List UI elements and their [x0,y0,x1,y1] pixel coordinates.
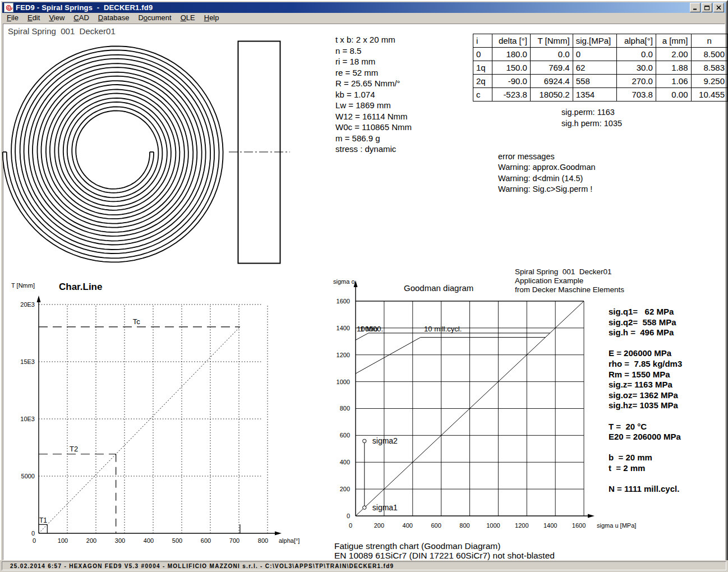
window-buttons [690,3,726,12]
y-tick-label: 600 [340,432,350,439]
table-header-3: sig.[MPa] [573,34,617,48]
goodman-header-line: Application Example [515,276,624,285]
cycles-100000-line [356,333,550,340]
error-message-line: Warning: approx.Goodman [498,162,596,173]
status-bar: 25.02.2014 6:57 - HEXAGON FED9 V5.3 #000… [0,560,728,572]
x-axis-label: sigma u [MPa] [597,522,636,529]
goodman-header-text: Spiral Spring 001 Decker01Application Ex… [515,267,624,294]
table-row: 0180.00.000.02.008.500 [473,48,728,61]
table-cell: 270.0 [617,75,656,88]
table-header-1: delta [°] [492,34,530,48]
x-tick-label: 800 [459,522,469,529]
x-axis-arrow [275,532,282,536]
x-tick-label: 800 [258,537,268,544]
menu-item-edit[interactable]: Edit [23,13,44,23]
spring-parameter-line: m = 586.9 g [335,133,412,144]
app-spiral-icon [4,3,13,12]
table-cell: 0.0 [530,48,573,61]
menu-item-help[interactable]: Help [200,13,224,23]
menu-item-view[interactable]: View [44,13,69,23]
y-tick-label: 1400 [337,325,350,331]
table-cell: 0.00 [656,88,691,102]
material-info-line: t = 2 mm [609,463,682,474]
table-cell: 703.8 [617,88,656,102]
menu-item-ole[interactable]: OLE [176,13,200,23]
y-tick-label: 20E3 [20,301,35,308]
material-info-line: sig.z= 1163 MPa [609,380,682,390]
x-tick-label: 1400 [543,522,557,529]
y-tick-label: 0 [31,530,35,537]
y-tick-label: 1600 [337,298,350,305]
title-bar[interactable]: FED9 - Spiral Springs - DECKER1.fd9 [2,2,726,13]
table-cell: 10.455 [691,88,727,102]
goodman-header-line: Spiral Spring 001 Decker01 [515,267,624,276]
menu-item-cad[interactable]: CAD [69,13,93,23]
table-cell: 150.0 [492,61,530,75]
x-tick-label: 1600 [572,522,586,529]
material-info-line [609,442,682,453]
spring-parameter-line: W12 = 16114 Nmm [335,111,412,122]
menu-bar: FileEditViewCADDatabaseDocumentOLEHelp [2,13,726,23]
material-info-line: sig.q2= 558 MPa [609,317,682,328]
sigma2-label: sigma2 [372,436,398,445]
material-info-line: T = 20 °C [609,422,682,432]
x-tick-label: 300 [115,537,125,544]
x-tick-label: 600 [201,537,211,544]
material-info-line [609,474,682,485]
table-cell: 2q [473,75,492,88]
error-message-line: Warning: Sig.c>Sig.perm ! [498,184,596,195]
y-tick-label: 400 [340,459,350,465]
close-button[interactable] [713,3,724,12]
table-cell: 30.0 [617,61,656,75]
table-header-0: i [473,34,492,48]
spring-parameter-line: Lw = 1869 mm [335,100,412,111]
table-cell: 0 [573,48,617,61]
perm-value-line: sig.perm: 1163 [561,107,622,118]
application-window: FED9 - Spiral Springs - DECKER1.fd9 File… [0,0,728,572]
table-cell: 1354 [573,88,617,102]
results-table-wrap: idelta [°]T [Nmm]sig.[MPa]alpha[°]a [mm]… [473,34,728,102]
spring-parameter-line: t x b: 2 x 20 mm [335,34,412,45]
x-tick-label: 500 [172,537,182,544]
y-tick-label: 10E3 [20,416,35,422]
menu-item-document[interactable]: Document [133,13,176,23]
material-info-line: sig.q1= 62 MPa [609,307,682,317]
table-cell: 558 [573,75,617,88]
table-header-4: alpha[°] [617,34,656,48]
table-row: 1q150.0769.46230.01.888.583 [473,61,728,75]
results-table: idelta [°]T [Nmm]sig.[MPa]alpha[°]a [mm]… [473,34,728,102]
table-header-6: n [691,34,727,48]
chart-title: Char.Line [59,282,102,292]
material-info-line: sig.h = 496 MPa [609,327,682,338]
chart-title: Goodman diagram [404,283,473,293]
footer-text: Fatigue strength chart (Goodman Diagram)… [334,541,555,560]
table-cell: c [473,88,492,102]
material-info: sig.q1= 62 MPasig.q2= 558 MPasig.h = 496… [609,307,682,495]
table-cell: 769.4 [530,61,573,75]
menu-item-database[interactable]: Database [94,13,134,23]
table-cell: 9.250 [691,75,727,88]
x-tick-label: 200 [374,522,384,529]
char-line-chart: TcT2T1Char.LineT [Nmm]0500010E315E320E30… [0,278,314,561]
table-cell: 1q [473,61,492,75]
x-axis-arrow [588,514,595,518]
sigma1-marker [363,506,366,509]
cycle-label: 1 Mio. [360,325,380,333]
y-tick-label: 5000 [21,473,35,479]
goodman-header-line: from Decker Maschine Elements [515,285,624,294]
footer-line: Fatigue strength chart (Goodman Diagram) [334,541,555,551]
minimize-button[interactable] [690,3,701,12]
y-tick-label: 0 [347,513,350,519]
sigma1-label: sigma1 [372,503,398,512]
spring-parameter-line: W0c = 110865 Nmm [335,122,412,133]
maximize-button[interactable] [702,3,712,12]
y-tick-label: 1200 [337,352,350,358]
x-tick-label: 600 [431,522,441,529]
y-tick-label: 200 [340,486,350,492]
error-message-line: Warning: d<dmin (14.5) [498,173,596,184]
table-cell: 0 [473,48,492,61]
x-tick-label: 0 [33,537,36,544]
material-info-line [609,411,682,422]
table-cell: -90.0 [492,75,530,88]
menu-item-file[interactable]: File [2,13,23,23]
